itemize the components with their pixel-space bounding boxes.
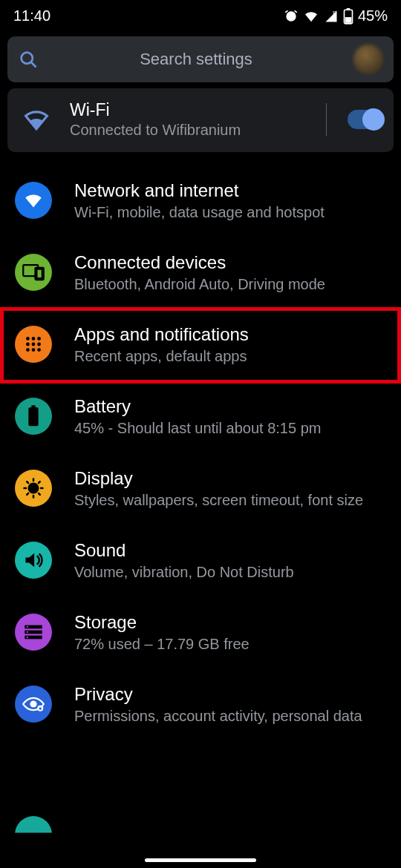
item-title: Display bbox=[74, 468, 388, 489]
account-avatar[interactable] bbox=[353, 45, 383, 74]
svg-rect-3 bbox=[345, 17, 352, 23]
wifi-icon bbox=[19, 108, 53, 131]
settings-item-sound[interactable]: SoundVolume, vibration, Do Not Disturb bbox=[0, 525, 401, 597]
svg-point-12 bbox=[26, 343, 30, 346]
svg-point-14 bbox=[37, 343, 41, 346]
settings-item-location-cutoff[interactable] bbox=[15, 816, 52, 853]
settings-item-storage[interactable]: Storage72% used – 17.79 GB free bbox=[0, 597, 401, 669]
search-bar[interactable]: Search settings bbox=[7, 36, 394, 82]
wifi-status-icon bbox=[303, 10, 319, 23]
wifi-card-title: Wi-Fi bbox=[70, 100, 302, 120]
wifi-quick-card[interactable]: Wi-Fi Connected to Wifibranium bbox=[7, 88, 394, 152]
item-text: Network and internetWi-Fi, mobile, data … bbox=[74, 180, 388, 223]
item-text: Apps and notificationsRecent apps, defau… bbox=[74, 324, 388, 366]
item-subtitle: Recent apps, default apps bbox=[74, 346, 388, 366]
settings-item-display[interactable]: DisplayStyles, wallpapers, screen timeou… bbox=[0, 453, 401, 525]
item-title: Apps and notifications bbox=[74, 324, 388, 345]
svg-text:R: R bbox=[333, 10, 336, 15]
battery-icon bbox=[15, 398, 52, 435]
wifi-card-text: Wi-Fi Connected to Wifibranium bbox=[70, 100, 302, 139]
settings-item-battery[interactable]: Battery45% - Should last until about 8:1… bbox=[0, 381, 401, 453]
item-subtitle: 72% used – 17.79 GB free bbox=[74, 634, 388, 654]
item-title: Privacy bbox=[74, 684, 388, 705]
item-title: Storage bbox=[74, 612, 388, 633]
item-text: Battery45% - Should last until about 8:1… bbox=[74, 396, 388, 438]
svg-rect-19 bbox=[31, 405, 35, 408]
svg-point-15 bbox=[26, 348, 30, 352]
settings-list: Network and internetWi-Fi, mobile, data … bbox=[0, 165, 401, 741]
svg-point-16 bbox=[32, 348, 36, 352]
item-subtitle: 45% - Should last until about 8:15 pm bbox=[74, 418, 388, 438]
wifi-icon bbox=[15, 182, 52, 219]
svg-point-17 bbox=[37, 348, 41, 352]
item-subtitle: Permissions, account activity, personal … bbox=[74, 706, 388, 726]
navigation-bar[interactable] bbox=[0, 858, 401, 862]
svg-rect-18 bbox=[28, 407, 38, 426]
svg-rect-29 bbox=[39, 708, 42, 710]
apps-icon bbox=[15, 326, 52, 363]
svg-point-25 bbox=[27, 631, 28, 633]
item-title: Sound bbox=[74, 540, 388, 561]
search-icon bbox=[18, 49, 39, 70]
divider bbox=[326, 103, 327, 136]
battery-percent: 45% bbox=[358, 7, 388, 24]
svg-point-13 bbox=[32, 343, 36, 346]
svg-rect-2 bbox=[347, 8, 350, 10]
signal-icon: R bbox=[324, 10, 339, 23]
status-icons: R 45% bbox=[284, 7, 388, 24]
alarm-icon bbox=[284, 9, 299, 24]
item-subtitle: Bluetooth, Android Auto, Driving mode bbox=[74, 274, 388, 295]
battery-icon bbox=[343, 8, 353, 24]
status-bar: 11:40 R 45% bbox=[0, 0, 401, 29]
brightness-icon bbox=[15, 470, 52, 507]
svg-point-26 bbox=[27, 637, 28, 638]
storage-icon bbox=[15, 614, 52, 651]
item-text: Connected devicesBluetooth, Android Auto… bbox=[74, 252, 388, 295]
settings-item-network-and-internet[interactable]: Network and internetWi-Fi, mobile, data … bbox=[0, 165, 401, 237]
wifi-toggle[interactable] bbox=[348, 110, 382, 129]
item-text: DisplayStyles, wallpapers, screen timeou… bbox=[74, 468, 388, 510]
privacy-icon bbox=[15, 685, 52, 723]
sound-icon bbox=[15, 542, 52, 579]
location-icon bbox=[15, 816, 52, 853]
wifi-card-subtitle: Connected to Wifibranium bbox=[70, 122, 302, 139]
svg-point-11 bbox=[37, 337, 41, 341]
search-placeholder: Search settings bbox=[49, 50, 343, 69]
item-text: Storage72% used – 17.79 GB free bbox=[74, 612, 388, 654]
settings-item-apps-and-notifications[interactable]: Apps and notificationsRecent apps, defau… bbox=[0, 307, 401, 384]
item-text: PrivacyPermissions, account activity, pe… bbox=[74, 684, 388, 726]
svg-point-24 bbox=[27, 626, 28, 628]
svg-point-4 bbox=[22, 53, 33, 64]
item-subtitle: Styles, wallpapers, screen timeout, font… bbox=[74, 490, 388, 510]
item-title: Network and internet bbox=[74, 180, 388, 201]
settings-item-connected-devices[interactable]: Connected devicesBluetooth, Android Auto… bbox=[0, 237, 401, 309]
devices-icon bbox=[15, 254, 52, 291]
status-time: 11:40 bbox=[13, 7, 50, 24]
item-text: SoundVolume, vibration, Do Not Disturb bbox=[74, 540, 388, 582]
svg-line-5 bbox=[31, 62, 36, 67]
svg-point-10 bbox=[32, 337, 36, 341]
item-title: Battery bbox=[74, 396, 388, 417]
settings-item-privacy[interactable]: PrivacyPermissions, account activity, pe… bbox=[0, 669, 401, 741]
svg-point-9 bbox=[26, 337, 30, 341]
svg-point-20 bbox=[29, 484, 39, 493]
item-subtitle: Volume, vibration, Do Not Disturb bbox=[74, 562, 388, 582]
svg-point-27 bbox=[30, 700, 36, 707]
item-subtitle: Wi-Fi, mobile, data usage and hotspot bbox=[74, 203, 388, 223]
item-title: Connected devices bbox=[74, 252, 388, 273]
